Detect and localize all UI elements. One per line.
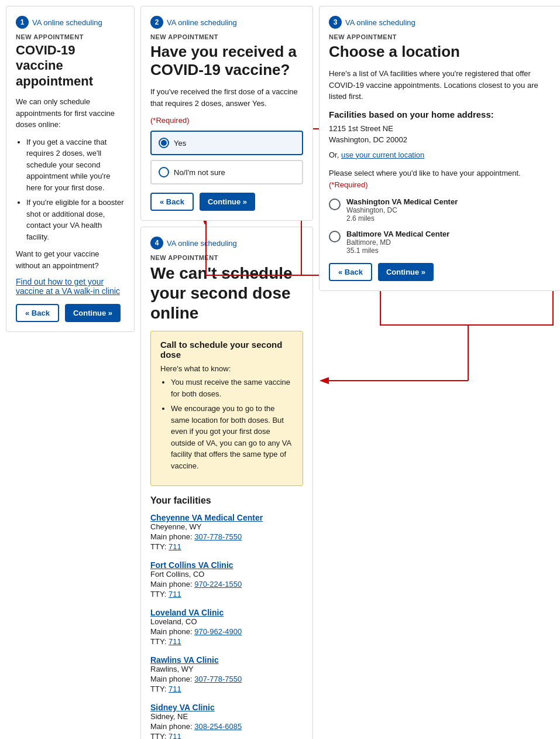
panel-1-bullets: If you get a vaccine that requires 2 dos… — [26, 136, 125, 243]
bullet-1: If you get a vaccine that requires 2 dos… — [26, 136, 125, 194]
new-appt-label-1: NEW APPOINTMENT — [16, 33, 125, 40]
facility-2-name[interactable]: Fort Collins VA Clinic — [150, 560, 303, 570]
radio-no[interactable]: No/I'm not sure — [150, 160, 303, 184]
info-bullet-1: You must receive the same vaccine for bo… — [171, 377, 293, 399]
facility-4-phone-link[interactable]: 307-778-7550 — [194, 675, 242, 683]
panel-3-title: Choose a location — [329, 43, 556, 61]
radio-yes-label: Yes — [174, 139, 186, 148]
panel-1-intro: We can only schedule appointments for fi… — [16, 96, 125, 131]
new-appt-label-4: NEW APPOINTMENT — [150, 254, 303, 261]
facilities-section-title: Your facilities — [150, 495, 303, 506]
address-line1: 1215 1st Street NE — [329, 123, 556, 135]
facility-2-phone-link[interactable]: 970-224-1550 — [194, 580, 242, 589]
walk-in-question: Want to get your vaccine without an appo… — [16, 248, 125, 271]
radio-yes[interactable]: Yes — [150, 131, 303, 155]
facility-4-tty-link[interactable]: 711 — [169, 685, 181, 693]
facility-3: Loveland VA Clinic Loveland, CO Main pho… — [150, 608, 303, 646]
facility-3-phone: Main phone: 970-962-4900 — [150, 627, 303, 636]
panel-4: 4 VA online scheduling NEW APPOINTMENT W… — [140, 227, 313, 739]
use-current-location-link[interactable]: use your current location — [341, 150, 424, 159]
step-badge-3: 3 — [329, 16, 342, 29]
facility-1: Cheyenne VA Medical Center Cheyenne, WY … — [150, 513, 303, 551]
location-1-name: Washington VA Medical Center — [346, 197, 458, 206]
panel-2-title: Have you received a COVID-19 vaccine? — [150, 43, 303, 79]
step-badge-1: 1 — [16, 16, 29, 29]
breadcrumb-3[interactable]: VA online scheduling — [345, 18, 415, 27]
continue-button-1[interactable]: Continue » — [65, 304, 121, 322]
radio-no-circle — [159, 167, 169, 177]
continue-button-2[interactable]: Continue » — [200, 193, 255, 211]
address-line2: Washington, DC 20002 — [329, 134, 556, 146]
select-prompt: Please select where you'd like to have y… — [329, 167, 556, 190]
facility-2: Fort Collins VA Clinic Fort Collins, CO … — [150, 560, 303, 598]
back-button-2[interactable]: « Back — [150, 193, 194, 211]
facility-3-tty: TTY: 711 — [150, 637, 303, 646]
breadcrumb-4[interactable]: VA online scheduling — [167, 239, 237, 248]
required-label-3: (*Required) — [329, 180, 367, 189]
location-radio-2 — [329, 231, 341, 242]
panel-3-description: Here's a list of VA facilities where you… — [329, 68, 556, 102]
breadcrumb-1[interactable]: VA online scheduling — [32, 18, 102, 27]
panel-2-subtitle: If you've received the first dose of a v… — [150, 86, 303, 109]
facility-5-tty: TTY: 711 — [150, 732, 303, 739]
bullet-2: If you're eligible for a booster shot or… — [26, 197, 125, 242]
facility-5-city: Sidney, NE — [150, 712, 303, 721]
step-badge-2: 2 — [150, 16, 163, 29]
radio-yes-circle — [159, 138, 169, 148]
info-bullets: You must receive the same vaccine for bo… — [171, 377, 293, 471]
info-bullet-2: We encourage you to go to the same locat… — [171, 403, 293, 471]
facility-3-tty-link[interactable]: 711 — [169, 637, 181, 646]
location-option-1[interactable]: Washington VA Medical Center Washington,… — [329, 197, 556, 223]
address-block: 1215 1st Street NE Washington, DC 20002 — [329, 123, 556, 146]
facility-3-name[interactable]: Loveland VA Clinic — [150, 608, 303, 617]
facility-1-phone: Main phone: 307-778-7550 — [150, 532, 303, 541]
walk-in-link[interactable]: Find out how to get your vaccine at a VA… — [16, 277, 120, 296]
back-button-3[interactable]: « Back — [329, 263, 372, 281]
facility-2-tty-link[interactable]: 711 — [169, 590, 181, 598]
panel-1-title: COVID-19 vaccine appointment — [16, 43, 125, 89]
location-radio-1 — [329, 199, 341, 210]
breadcrumb-2[interactable]: VA online scheduling — [167, 18, 237, 27]
location-1-distance: 2.6 miles — [346, 214, 458, 223]
or-text: Or, use your current location — [329, 149, 556, 161]
facility-4-city: Rawlins, WY — [150, 665, 303, 673]
back-button-1[interactable]: « Back — [16, 304, 59, 322]
facility-4-name[interactable]: Rawlins VA Clinic — [150, 655, 303, 665]
location-option-2[interactable]: Baltimore VA Medical Center Baltimore, M… — [329, 230, 556, 255]
panel-1: 1 VA online scheduling NEW APPOINTMENT C… — [6, 6, 135, 332]
facility-1-tty-link[interactable]: 711 — [169, 542, 181, 551]
facility-1-tty: TTY: 711 — [150, 542, 303, 551]
facility-5-name[interactable]: Sidney VA Clinic — [150, 703, 303, 712]
location-2-name: Baltimore VA Medical Center — [346, 230, 449, 238]
facility-2-tty: TTY: 711 — [150, 590, 303, 598]
facilities-home-title: Facilities based on your home address: — [329, 110, 556, 119]
panel-4-title: We can't schedule your second dose onlin… — [150, 264, 303, 323]
location-1-city: Washington, DC — [346, 206, 458, 214]
facility-1-city: Cheyenne, WY — [150, 522, 303, 531]
continue-button-3[interactable]: Continue » — [378, 263, 434, 281]
panel-2: 2 VA online scheduling NEW APPOINTMENT H… — [140, 6, 313, 221]
new-appt-label-3: NEW APPOINTMENT — [329, 33, 556, 40]
facility-2-city: Fort Collins, CO — [150, 570, 303, 579]
facility-4-phone: Main phone: 307-778-7550 — [150, 675, 303, 683]
facility-4-tty: TTY: 711 — [150, 685, 303, 693]
facility-4: Rawlins VA Clinic Rawlins, WY Main phone… — [150, 655, 303, 693]
facility-5: Sidney VA Clinic Sidney, NE Main phone: … — [150, 703, 303, 739]
info-box-intro: Here's what to know: — [160, 364, 293, 373]
facility-5-phone: Main phone: 308-254-6085 — [150, 722, 303, 731]
new-appt-label-2: NEW APPOINTMENT — [150, 33, 303, 40]
location-2-details: Baltimore VA Medical Center Baltimore, M… — [346, 230, 449, 255]
location-2-distance: 35.1 miles — [346, 247, 449, 255]
facility-3-phone-link[interactable]: 970-962-4900 — [194, 627, 242, 636]
facility-5-phone-link[interactable]: 308-254-6085 — [194, 722, 242, 731]
facility-3-city: Loveland, CO — [150, 617, 303, 626]
facility-5-tty-link[interactable]: 711 — [169, 732, 181, 739]
info-box-title: Call to schedule your second dose — [160, 340, 293, 360]
location-2-city: Baltimore, MD — [346, 238, 449, 247]
info-box: Call to schedule your second dose Here's… — [150, 331, 303, 486]
step-badge-4: 4 — [150, 237, 163, 249]
facility-1-phone-link[interactable]: 307-778-7550 — [194, 532, 242, 541]
location-1-details: Washington VA Medical Center Washington,… — [346, 197, 458, 223]
required-label-2: (*Required) — [150, 116, 303, 125]
facility-1-name[interactable]: Cheyenne VA Medical Center — [150, 513, 303, 522]
